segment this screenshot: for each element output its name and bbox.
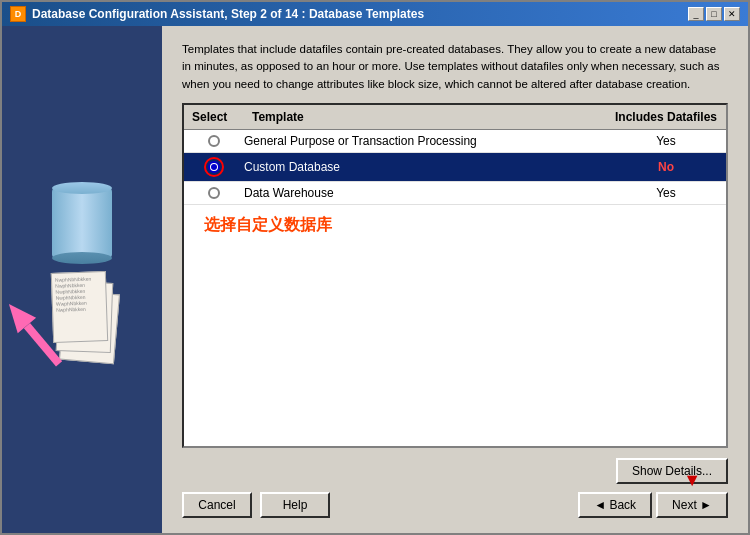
annotation-text: 选择自定义数据库 [184, 205, 726, 246]
title-bar: D Database Configuration Assistant, Step… [2, 2, 748, 26]
table-row[interactable]: General Purpose or Transaction Processin… [184, 130, 726, 153]
datafiles-warehouse: Yes [606, 186, 726, 200]
back-button[interactable]: ◄ Back [578, 492, 652, 518]
template-name-custom: Custom Database [244, 160, 606, 174]
show-details-button[interactable]: Show Details... [616, 458, 728, 484]
title-buttons: _ □ ✕ [688, 7, 740, 21]
template-name-general: General Purpose or Transaction Processin… [244, 134, 606, 148]
show-details-row: Show Details... [182, 458, 728, 484]
app-icon: D [10, 6, 26, 22]
radio-cell-general[interactable] [184, 135, 244, 147]
header-datafiles: Includes Datafiles [606, 108, 726, 126]
nav-row: Cancel Help ◄ Back ▼ Next ► [182, 492, 728, 518]
cancel-button[interactable]: Cancel [182, 492, 252, 518]
radio-general[interactable] [208, 135, 220, 147]
bottom-section: Show Details... Cancel Help ◄ Back ▼ [182, 458, 728, 518]
description-text: Templates that include datafiles contain… [182, 41, 728, 93]
red-arrow-icon: ▼ [683, 470, 701, 491]
header-template: Template [244, 108, 606, 126]
left-nav-buttons: Cancel Help [182, 492, 330, 518]
table-header: Select Template Includes Datafiles [184, 105, 726, 130]
template-name-warehouse: Data Warehouse [244, 186, 606, 200]
table-row[interactable]: Custom Database No [184, 153, 726, 182]
table-row[interactable]: Data Warehouse Yes [184, 182, 726, 205]
datafiles-custom: No [606, 160, 726, 174]
minimize-button[interactable]: _ [688, 7, 704, 21]
datafiles-general: Yes [606, 134, 726, 148]
radio-highlight-custom [204, 157, 224, 177]
header-select: Select [184, 108, 244, 126]
window-title: Database Configuration Assistant, Step 2… [32, 7, 424, 21]
right-panel: Templates that include datafiles contain… [162, 26, 748, 533]
next-button[interactable]: Next ► [656, 492, 728, 518]
help-button[interactable]: Help [260, 492, 330, 518]
title-bar-left: D Database Configuration Assistant, Step… [10, 6, 424, 22]
db-illustration: NwphNbNbkkenNwphNbkkenNwphNbkkenNwphNbkk… [47, 188, 117, 362]
left-panel: NwphNbNbkkenNwphNbkkenNwphNbkkenNwphNbkk… [2, 26, 162, 533]
doc-3: NwphNbNbkkenNwphNbkkenNwphNbkkenNwphNbkk… [51, 271, 108, 343]
restore-button[interactable]: □ [706, 7, 722, 21]
radio-custom[interactable] [208, 161, 220, 173]
radio-cell-custom[interactable] [184, 157, 244, 177]
right-nav-buttons: ◄ Back ▼ Next ► [578, 492, 728, 518]
main-window: D Database Configuration Assistant, Step… [0, 0, 750, 535]
close-button[interactable]: ✕ [724, 7, 740, 21]
content-area: NwphNbNbkkenNwphNbkkenNwphNbkkenNwphNbkk… [2, 26, 748, 533]
radio-cell-warehouse[interactable] [184, 187, 244, 199]
cylinder-icon [52, 188, 112, 258]
template-table: Select Template Includes Datafiles Gener… [182, 103, 728, 448]
radio-warehouse[interactable] [208, 187, 220, 199]
